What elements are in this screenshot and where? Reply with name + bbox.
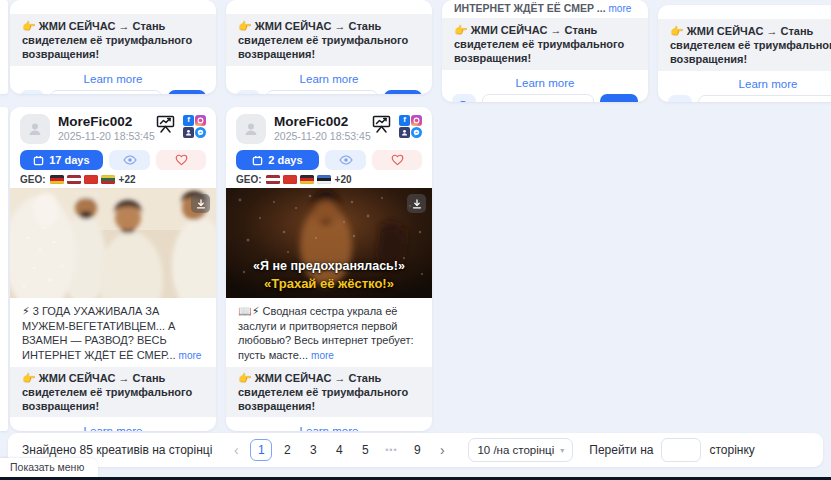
creative-card: MoreFic002 2025-11-20 18:53:45 f: [10, 107, 216, 431]
preview-button[interactable]: [325, 150, 366, 170]
avatar: [20, 114, 50, 144]
search-icon[interactable]: [668, 95, 692, 102]
page-number-last[interactable]: 9: [406, 439, 428, 461]
search-icon[interactable]: [236, 90, 260, 94]
grid-column-1: 👉 ЖМИ СЕЙЧАС → Стань свидетелем её триум…: [10, 0, 216, 431]
flag-rd-icon: [84, 175, 98, 184]
creative-card: MoreFic002 2025-11-20 18:53:45 f: [226, 107, 432, 431]
show-menu-button[interactable]: Показать меню: [0, 458, 98, 477]
learn-more-link[interactable]: Learn more: [516, 77, 575, 89]
flag-lt-icon: [101, 175, 115, 184]
messenger-icon: [411, 127, 422, 138]
geo-label: GEO:: [236, 174, 262, 185]
eye-icon: [123, 155, 137, 165]
learn-more-link[interactable]: Learn more: [300, 425, 359, 431]
instagram-icon: [411, 115, 422, 126]
facebook-icon: f: [399, 115, 410, 126]
geo-more-count: +20: [335, 174, 352, 185]
creative-image[interactable]: [10, 188, 216, 298]
download-image-icon[interactable]: [407, 194, 426, 213]
creative-text-truncated: ИНТЕРНЕТ ЖДЁТ ЕЁ СМЕР ... more: [442, 2, 648, 18]
cta-block: 👉 ЖМИ СЕЙЧАС → Стань свидетелем её триум…: [10, 367, 216, 417]
preview-button[interactable]: [109, 150, 150, 170]
calendar-icon: [33, 155, 44, 166]
landing-url-input[interactable]: [50, 90, 162, 94]
audience-network-icon: [399, 127, 410, 138]
learn-more-link[interactable]: Learn more: [84, 425, 143, 431]
placements-icons: f: [399, 115, 422, 138]
geo-label: GEO:: [20, 174, 46, 185]
prev-page-icon[interactable]: ‹: [226, 442, 246, 458]
page-number-3[interactable]: 3: [302, 439, 324, 461]
search-icon[interactable]: [452, 94, 476, 102]
more-link[interactable]: more: [609, 3, 632, 14]
image-caption: «Я не предохранялась!» «Трахай её жёстко…: [226, 258, 432, 292]
flag-lv-icon: [266, 175, 280, 184]
learn-more-link[interactable]: Learn more: [84, 73, 143, 85]
search-icon[interactable]: [20, 90, 44, 94]
flag-de-icon: [50, 175, 64, 184]
grid-column-3: ИНТЕРНЕТ ЖДЁТ ЕЁ СМЕР ... more 👉 ЖМИ СЕЙ…: [442, 0, 648, 102]
chevron-down-icon: ▾: [560, 446, 564, 455]
profile-name: MoreFic002: [58, 114, 155, 130]
more-link[interactable]: more: [311, 350, 334, 361]
page-number-5[interactable]: 5: [354, 439, 376, 461]
creatives-page: 👉 ЖМИ СЕЙЧАС → Стань свидетелем её триум…: [0, 0, 831, 480]
results-count-text: Знайдено 85 креативів на сторінці: [22, 443, 212, 457]
heart-icon: [391, 154, 404, 166]
audience-network-icon: [183, 127, 194, 138]
geo-flags: [50, 175, 115, 184]
pagination-bar: Знайдено 85 креативів на сторінці ‹ 1 2 …: [8, 433, 823, 467]
page-number-2[interactable]: 2: [276, 439, 298, 461]
learn-more-link[interactable]: Learn more: [739, 78, 798, 90]
goto-page-input[interactable]: [661, 438, 701, 462]
landing-url-input[interactable]: [698, 95, 831, 102]
grid-column-4: 👉 ЖМИ СЕЙЧАС → Стань свидетелем её триум…: [658, 0, 831, 102]
creative-text: ⚡ 3 ГОДА УХАЖИВАЛА ЗА МУЖЕМ-ВЕГЕТАТИВЦЕМ…: [10, 298, 216, 367]
more-pages-icon[interactable]: •••: [380, 445, 402, 455]
more-link[interactable]: more: [179, 350, 202, 361]
next-page-icon[interactable]: ›: [432, 442, 452, 458]
avatar: [236, 114, 266, 144]
geo-more-count: +22: [119, 174, 136, 185]
flag-ee-icon: [317, 175, 331, 184]
open-url-button[interactable]: →: [168, 90, 206, 94]
creative-timestamp: 2025-11-20 18:53:45: [58, 130, 155, 143]
creative-timestamp: 2025-11-20 18:53:45: [274, 130, 371, 143]
page-number-1[interactable]: 1: [250, 439, 272, 461]
open-url-button[interactable]: →: [384, 90, 422, 94]
page-number-4[interactable]: 4: [328, 439, 350, 461]
tracker-chart-icon[interactable]: [155, 114, 176, 138]
geo-flags: [266, 175, 331, 184]
learn-more-link[interactable]: Learn more: [300, 73, 359, 85]
landing-url-input[interactable]: [482, 94, 594, 102]
days-active-button[interactable]: 17 days: [20, 150, 103, 170]
creative-text: 📖⚡ Сводная сестра украла её заслуги и пр…: [226, 298, 432, 367]
creative-image[interactable]: «Я не предохранялась!» «Трахай её жёстко…: [226, 188, 432, 298]
landing-url-input[interactable]: [266, 90, 378, 94]
cta-block: 👉 ЖМИ СЕЙЧАС → Стань свидетелем её триум…: [10, 14, 216, 66]
eye-icon: [339, 155, 353, 165]
favorite-button[interactable]: [372, 150, 422, 170]
instagram-icon: [195, 115, 206, 126]
arrow-right-icon: →: [613, 100, 626, 103]
open-url-button[interactable]: →: [600, 94, 638, 102]
tracker-chart-icon[interactable]: [371, 114, 392, 138]
ad-card-partial: 👉 ЖМИ СЕЙЧАС → Стань свидетелем её триум…: [226, 0, 432, 94]
placements-icons: f: [183, 115, 206, 138]
calendar-icon: [252, 155, 263, 166]
cta-block: 👉 ЖМИ СЕЙЧАС → Стань свидетелем её триум…: [442, 18, 648, 70]
grid-column-2: 👉 ЖМИ СЕЙЧАС → Стань свидетелем её триум…: [226, 0, 432, 431]
ad-card-partial: 👉 ЖМИ СЕЙЧАС → Стань свидетелем её триум…: [10, 0, 216, 94]
partial-card-edge: [0, 107, 8, 431]
cta-block: 👉 ЖМИ СЕЙЧАС → Стань свидетелем её триум…: [226, 367, 432, 417]
goto-page-suffix: сторінку: [709, 443, 754, 457]
favorite-button[interactable]: [156, 150, 206, 170]
cta-block: 👉 ЖМИ СЕЙЧАС → Стань свидетелем её триум…: [658, 19, 831, 71]
heart-icon: [175, 154, 188, 166]
download-image-icon[interactable]: [191, 194, 210, 213]
page-size-select[interactable]: 10 /на сторінці ▾: [468, 438, 573, 462]
goto-page-label: Перейти на: [589, 443, 653, 457]
days-active-button[interactable]: 2 days: [236, 150, 319, 170]
partial-card-edge: [0, 0, 8, 94]
